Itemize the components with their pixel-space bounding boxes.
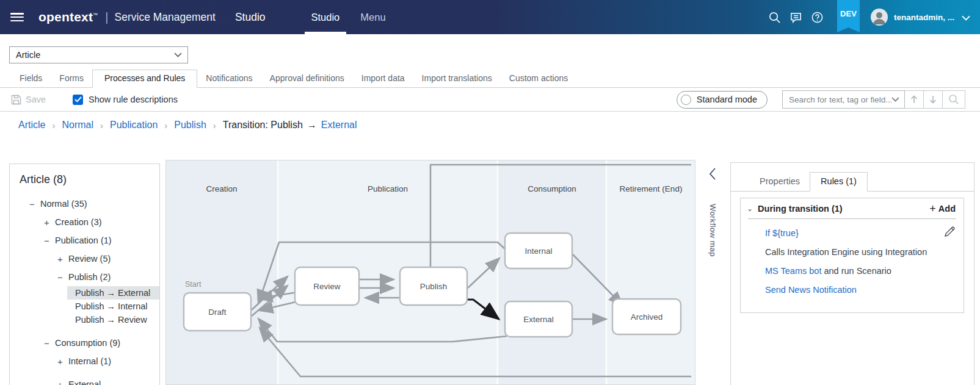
collapse-minus-icon[interactable]: −	[42, 338, 51, 348]
user-menu-label[interactable]: tenantadmin, ...	[894, 13, 954, 22]
tree-node[interactable]: +Review (5)	[20, 250, 159, 268]
node-label: Draft	[208, 308, 227, 317]
node-label: External	[523, 315, 554, 324]
tab-processes-and-rules[interactable]: Processes and Rules	[92, 70, 197, 88]
panel-tab-rules-1-[interactable]: Rules (1)	[810, 172, 868, 192]
tree-node[interactable]: −Normal (35)	[20, 195, 159, 213]
tree-transition[interactable]: Publish → Internal	[67, 300, 160, 313]
workflow-map-strip-label[interactable]: Workflow map	[708, 204, 717, 257]
feedback-icon[interactable]	[789, 11, 802, 24]
tree-node[interactable]: −Consumption (9)	[20, 334, 159, 352]
details-panel: PropertiesRules (1) ⌄ During transition …	[730, 162, 975, 385]
hamburger-menu-icon[interactable]	[10, 13, 24, 21]
expand-plus-icon[interactable]: +	[56, 254, 65, 264]
workflow-node-publish[interactable]: Publish	[400, 267, 467, 305]
tab-import-translations[interactable]: Import translations	[413, 70, 501, 87]
collapse-minus-icon[interactable]: −	[27, 199, 37, 209]
help-icon[interactable]	[811, 11, 824, 24]
search-go-button[interactable]	[943, 90, 965, 109]
check-icon	[74, 96, 82, 103]
collapse-minus-icon[interactable]: −	[56, 272, 65, 282]
tab-notifications[interactable]: Notifications	[197, 70, 261, 87]
standard-mode-toggle[interactable]: Standard mode	[677, 91, 768, 109]
logo-divider: |	[105, 10, 108, 24]
workflow-node-archived[interactable]: Archived	[612, 299, 681, 334]
tree-node-label: Publication (1)	[55, 236, 112, 245]
save-button[interactable]: Save	[11, 95, 46, 105]
add-rule-button[interactable]: + Add	[929, 204, 956, 214]
search-next-button[interactable]	[924, 90, 943, 109]
collapse-minus-icon[interactable]: −	[42, 236, 51, 246]
workflow-node-internal[interactable]: Internal	[505, 233, 572, 268]
trademark-symbol: ™	[93, 12, 98, 18]
tab-forms[interactable]: Forms	[51, 70, 92, 87]
edit-rule-pencil-icon[interactable]	[943, 226, 956, 238]
tree-node-label: Review (5)	[68, 254, 111, 264]
lane-retirement-end-	[606, 160, 695, 385]
start-label: Start	[185, 280, 201, 289]
save-label: Save	[26, 95, 46, 104]
expand-plus-icon[interactable]: +	[56, 356, 65, 367]
breadcrumb-target-link[interactable]: External	[321, 120, 357, 131]
rule-link-ms-teams-bot[interactable]: MS Teams bot	[765, 266, 821, 276]
breadcrumb-link-article[interactable]: Article	[18, 120, 45, 131]
expand-plus-icon[interactable]: +	[56, 380, 65, 385]
top-nav-tab-menu[interactable]: Menu	[350, 0, 396, 34]
details-panel-tabs: PropertiesRules (1)	[731, 163, 974, 192]
breadcrumb-separator: ›	[52, 120, 55, 131]
tree-transition[interactable]: Publish → External	[67, 286, 160, 300]
record-type-value: Article	[16, 50, 174, 60]
tab-custom-actions[interactable]: Custom actions	[501, 70, 576, 87]
record-type-select[interactable]: Article	[9, 46, 188, 63]
workflow-node-draft[interactable]: Draft	[184, 293, 251, 331]
tab-import-data[interactable]: Import data	[353, 70, 413, 87]
search-icon[interactable]	[768, 11, 781, 24]
collapse-chevron-icon[interactable]	[708, 167, 717, 181]
breadcrumb-separator: ›	[213, 120, 216, 131]
rules-group-header: ⌄ During transition (1) + Add	[741, 198, 964, 218]
rule-search-input[interactable]: Search for text, tag or field...	[782, 90, 905, 109]
breadcrumb-separator: ›	[100, 120, 103, 131]
tree-node[interactable]: −Publication (1)	[20, 231, 159, 250]
avatar[interactable]	[871, 9, 888, 26]
workflow-node-review[interactable]: Review	[295, 267, 359, 305]
expand-plus-icon[interactable]: +	[42, 217, 51, 228]
breadcrumb-link-normal[interactable]: Normal	[62, 120, 93, 131]
search-placeholder: Search for text, tag or field...	[789, 95, 891, 104]
tree-node-label: Normal (35)	[40, 199, 87, 209]
chevron-down-icon[interactable]	[962, 15, 970, 21]
workflow-node-external[interactable]: External	[505, 301, 572, 337]
tree-node[interactable]: +Internal (1)	[20, 352, 159, 370]
breadcrumb-link-publish[interactable]: Publish	[174, 120, 206, 131]
app-title: Studio	[235, 11, 266, 24]
opentext-logo: opentext™	[38, 10, 98, 24]
tree-node[interactable]: +External	[20, 375, 159, 385]
studio-window: opentext™ | Service Management Studio St…	[0, 0, 980, 385]
tab-fields[interactable]: Fields	[11, 70, 51, 87]
tree-node[interactable]: −Publish (2)	[20, 268, 159, 286]
toolbar: Save Show rule descriptions Standard mod…	[0, 88, 980, 112]
workflow-tree-panel: Article (8) −Normal (35)+Creation (3)−Pu…	[9, 164, 160, 385]
module-tabs: FieldsFormsProcesses and RulesNotificati…	[0, 70, 980, 88]
top-nav-tab-studio[interactable]: Studio	[301, 0, 350, 34]
product-name: Service Management	[115, 11, 216, 24]
chevron-down-icon[interactable]	[891, 97, 899, 102]
show-rule-descriptions-checkbox[interactable]	[73, 95, 83, 105]
tree-transition[interactable]: Publish → Review	[67, 313, 160, 326]
workflow-map: CreationPublicationConsumptionRetirement…	[165, 160, 695, 385]
workflow-map-canvas[interactable]: CreationPublicationConsumptionRetirement…	[165, 160, 695, 385]
top-bar: opentext™ | Service Management Studio St…	[0, 0, 980, 34]
environment-badge[interactable]: DEV	[837, 0, 860, 32]
lane-label: Creation	[206, 184, 237, 193]
rule-condition-link[interactable]: If ${true}	[765, 227, 935, 239]
node-label: Publish	[420, 282, 447, 291]
rules-group-title: During transition (1)	[758, 204, 929, 214]
rule-link-send-news-notification[interactable]: Send News Notification	[765, 284, 935, 296]
lane-label: Publication	[368, 184, 408, 193]
chevron-down-icon[interactable]: ⌄	[747, 204, 753, 213]
tab-approval-definitions[interactable]: Approval definitions	[261, 70, 353, 87]
panel-tab-properties[interactable]: Properties	[750, 173, 810, 191]
search-prev-button[interactable]	[905, 90, 924, 109]
breadcrumb-link-publication[interactable]: Publication	[110, 120, 158, 131]
tree-node[interactable]: +Creation (3)	[20, 213, 159, 231]
